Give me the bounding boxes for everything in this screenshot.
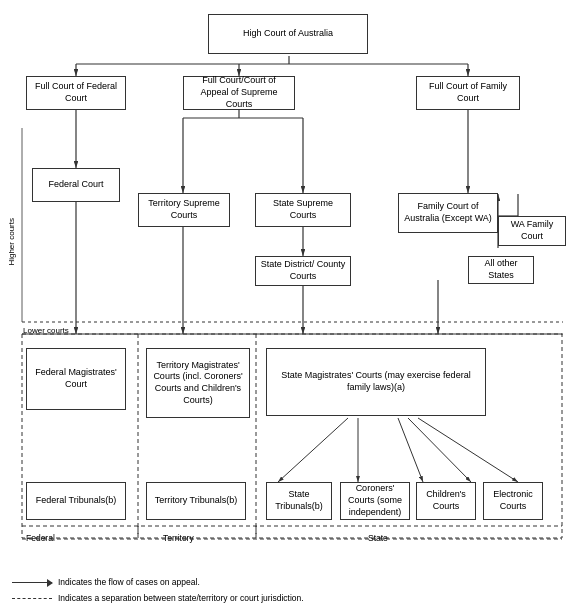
family-court-box: Family Court of Australia (Except WA) (398, 193, 498, 233)
svg-line-29 (418, 418, 518, 482)
territory-tribunals-box: Territory Tribunals(b) (146, 482, 246, 520)
high-court-box: High Court of Australia (208, 14, 368, 54)
federal-court-box: Federal Court (32, 168, 120, 202)
higher-courts-label: Higher courts (8, 218, 22, 266)
state-tribunals-box: State Tribunals(b) (266, 482, 332, 520)
state-supreme-box: State Supreme Courts (255, 193, 351, 227)
lower-courts-label: Lower courts (23, 326, 69, 335)
solid-arrow-icon (12, 576, 52, 588)
coroners-courts-box: Coroners' Courts (some independent) (340, 482, 410, 520)
state-magistrates-box: State Magistrates' Courts (may exercise … (266, 348, 486, 416)
territory-magistrates-box: Territory Magistrates' Courts (incl. Cor… (146, 348, 250, 418)
svg-line-28 (408, 418, 471, 482)
federal-magistrates-box: Federal Magistrates' Court (26, 348, 126, 410)
svg-line-25 (278, 418, 348, 482)
childrens-courts-box: Children's Courts (416, 482, 476, 520)
all-other-states-box: All other States (468, 256, 534, 284)
legend: Indicates the flow of cases on appeal. I… (8, 576, 570, 603)
full-court-federal-box: Full Court of Federal Court (26, 76, 126, 110)
court-hierarchy-diagram: High Court of Australia Full Court of Fe… (8, 8, 570, 568)
svg-line-27 (398, 418, 423, 482)
territory-supreme-box: Territory Supreme Courts (138, 193, 230, 227)
wa-family-box: WA Family Court (498, 216, 566, 246)
dashed-line-icon (12, 592, 52, 603)
full-court-supreme-box: Full Court/Court of Appeal of Supreme Co… (183, 76, 295, 110)
legend-solid-arrow: Indicates the flow of cases on appeal. (12, 576, 570, 588)
state-district-box: State District/ County Courts (255, 256, 351, 286)
federal-tribunals-box: Federal Tribunals(b) (26, 482, 126, 520)
full-court-family-box: Full Court of Family Court (416, 76, 520, 110)
legend-dashed-line: Indicates a separation between state/ter… (12, 592, 570, 603)
electronic-courts-box: Electronic Courts (483, 482, 543, 520)
